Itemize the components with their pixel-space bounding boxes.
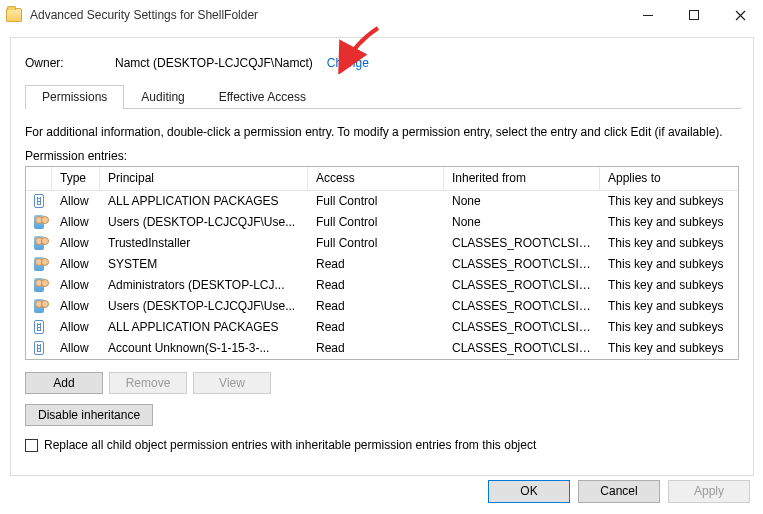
- maximize-button[interactable]: [671, 0, 717, 30]
- col-applies[interactable]: Applies to: [600, 167, 738, 190]
- cell-principal: Users (DESKTOP-LCJCQJF\Use...: [100, 214, 308, 231]
- replace-checkbox-row: Replace all child object permission entr…: [25, 438, 739, 452]
- replace-checkbox-label: Replace all child object permission entr…: [44, 438, 536, 452]
- titlebar: Advanced Security Settings for ShellFold…: [0, 0, 763, 30]
- cell-access: Read: [308, 256, 444, 273]
- cell-principal: SYSTEM: [100, 256, 308, 273]
- principal-icon: [26, 256, 52, 273]
- owner-row: Owner: Namct (DESKTOP-LCJCQJF\Namct) Cha…: [25, 56, 741, 70]
- col-inherited[interactable]: Inherited from: [444, 167, 600, 190]
- tab-auditing[interactable]: Auditing: [124, 85, 201, 109]
- cell-principal: Users (DESKTOP-LCJCQJF\Use...: [100, 298, 308, 315]
- cell-applies: This key and subkeys: [600, 340, 738, 357]
- table-row[interactable]: AllowUsers (DESKTOP-LCJCQJF\Use...Full C…: [26, 212, 738, 233]
- dialog-footer: OK Cancel Apply: [0, 476, 763, 514]
- table-row[interactable]: AllowALL APPLICATION PACKAGESReadCLASSES…: [26, 317, 738, 338]
- cell-applies: This key and subkeys: [600, 214, 738, 231]
- window-controls: [625, 0, 763, 30]
- cell-inherited: CLASSES_ROOT\CLSID...: [444, 340, 600, 357]
- permissions-table: Type Principal Access Inherited from App…: [25, 166, 739, 360]
- cell-applies: This key and subkeys: [600, 319, 738, 336]
- cell-type: Allow: [52, 235, 100, 252]
- cell-access: Read: [308, 277, 444, 294]
- ok-button[interactable]: OK: [488, 480, 570, 503]
- cell-type: Allow: [52, 340, 100, 357]
- table-row[interactable]: AllowTrustedInstallerFull ControlCLASSES…: [26, 233, 738, 254]
- cell-type: Allow: [52, 319, 100, 336]
- cell-inherited: CLASSES_ROOT\CLSID...: [444, 319, 600, 336]
- table-header: Type Principal Access Inherited from App…: [26, 167, 738, 191]
- cell-type: Allow: [52, 214, 100, 231]
- cancel-button[interactable]: Cancel: [578, 480, 660, 503]
- inheritance-buttons: Disable inheritance: [25, 404, 739, 426]
- remove-button: Remove: [109, 372, 187, 394]
- minimize-button[interactable]: [625, 0, 671, 30]
- col-access[interactable]: Access: [308, 167, 444, 190]
- cell-access: Read: [308, 298, 444, 315]
- principal-icon: [26, 319, 52, 336]
- col-type[interactable]: Type: [52, 167, 100, 190]
- cell-inherited: CLASSES_ROOT\CLSID...: [444, 298, 600, 315]
- cell-applies: This key and subkeys: [600, 235, 738, 252]
- entry-buttons: Add Remove View: [25, 372, 739, 394]
- col-principal[interactable]: Principal: [100, 167, 308, 190]
- owner-value: Namct (DESKTOP-LCJCQJF\Namct): [115, 56, 313, 70]
- apply-button: Apply: [668, 480, 750, 503]
- cell-applies: This key and subkeys: [600, 256, 738, 273]
- cell-applies: This key and subkeys: [600, 193, 738, 210]
- owner-label: Owner:: [25, 56, 115, 70]
- principal-icon: [26, 193, 52, 210]
- close-button[interactable]: [717, 0, 763, 30]
- tab-permissions[interactable]: Permissions: [25, 85, 124, 109]
- cell-principal: TrustedInstaller: [100, 235, 308, 252]
- table-row[interactable]: AllowAdministrators (DESKTOP-LCJ...ReadC…: [26, 275, 738, 296]
- table-row[interactable]: AllowUsers (DESKTOP-LCJCQJF\Use...ReadCL…: [26, 296, 738, 317]
- cell-inherited: CLASSES_ROOT\CLSID...: [444, 256, 600, 273]
- tabs: Permissions Auditing Effective Access: [25, 84, 741, 109]
- cell-inherited: None: [444, 193, 600, 210]
- cell-inherited: CLASSES_ROOT\CLSID...: [444, 235, 600, 252]
- principal-icon: [26, 214, 52, 231]
- cell-type: Allow: [52, 298, 100, 315]
- cell-access: Full Control: [308, 193, 444, 210]
- principal-icon: [26, 340, 52, 357]
- cell-access: Read: [308, 319, 444, 336]
- cell-inherited: None: [444, 214, 600, 231]
- cell-principal: ALL APPLICATION PACKAGES: [100, 319, 308, 336]
- principal-icon: [26, 277, 52, 294]
- change-owner-link[interactable]: Change: [327, 56, 369, 70]
- principal-icon: [26, 298, 52, 315]
- cell-type: Allow: [52, 256, 100, 273]
- folder-icon: [6, 8, 22, 22]
- tab-effective-access[interactable]: Effective Access: [202, 85, 323, 109]
- cell-type: Allow: [52, 277, 100, 294]
- cell-inherited: CLASSES_ROOT\CLSID...: [444, 277, 600, 294]
- cell-principal: Administrators (DESKTOP-LCJ...: [100, 277, 308, 294]
- cell-access: Read: [308, 340, 444, 357]
- cell-principal: Account Unknown(S-1-15-3-...: [100, 340, 308, 357]
- table-row[interactable]: AllowALL APPLICATION PACKAGESFull Contro…: [26, 191, 738, 212]
- disable-inheritance-button[interactable]: Disable inheritance: [25, 404, 153, 426]
- view-button: View: [193, 372, 271, 394]
- window-title: Advanced Security Settings for ShellFold…: [30, 8, 625, 22]
- cell-applies: This key and subkeys: [600, 298, 738, 315]
- entries-label: Permission entries:: [25, 149, 739, 163]
- replace-checkbox[interactable]: [25, 439, 38, 452]
- add-button[interactable]: Add: [25, 372, 103, 394]
- cell-access: Full Control: [308, 235, 444, 252]
- cell-principal: ALL APPLICATION PACKAGES: [100, 193, 308, 210]
- table-body: AllowALL APPLICATION PACKAGESFull Contro…: [26, 191, 738, 359]
- cell-access: Full Control: [308, 214, 444, 231]
- cell-type: Allow: [52, 193, 100, 210]
- table-row[interactable]: AllowSYSTEMReadCLASSES_ROOT\CLSID...This…: [26, 254, 738, 275]
- principal-icon: [26, 235, 52, 252]
- col-icon[interactable]: [26, 167, 52, 190]
- instruction-text: For additional information, double-click…: [25, 125, 739, 139]
- table-row[interactable]: AllowAccount Unknown(S-1-15-3-...ReadCLA…: [26, 338, 738, 359]
- cell-applies: This key and subkeys: [600, 277, 738, 294]
- content-panel: Owner: Namct (DESKTOP-LCJCQJF\Namct) Cha…: [10, 37, 754, 476]
